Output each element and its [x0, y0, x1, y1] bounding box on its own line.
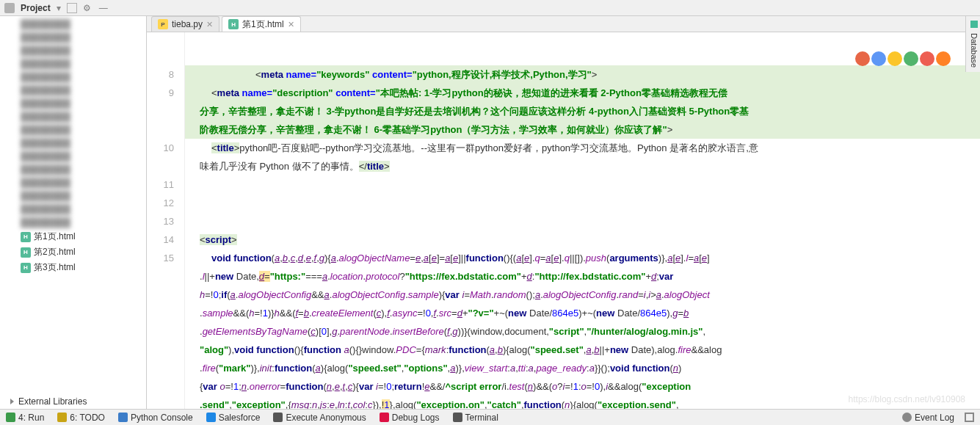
code-content[interactable]: <meta name="keywords" content="python,程序…	[185, 32, 980, 409]
status-item-icon	[57, 413, 67, 422]
triangle-icon	[10, 399, 14, 404]
project-sidebar: ████████████████████████████████████████…	[0, 16, 147, 409]
gear-icon[interactable]: ⚙	[83, 3, 93, 13]
browser-icons-overlay	[855, 51, 951, 66]
tab-label: 第1页.html	[242, 18, 284, 31]
event-log-label: Event Log	[915, 413, 954, 423]
python-file-icon: P	[158, 19, 168, 29]
status-item[interactable]: Execute Anonymous	[273, 413, 366, 423]
html-file-icon: H	[228, 19, 239, 29]
code-line[interactable]: .l||+new Date,d="https:"===a.location.pr…	[185, 267, 980, 286]
code-line[interactable]: <meta name="keywords" content="python,程序…	[185, 65, 980, 84]
editor-tab[interactable]: Ptieba.py✕	[151, 16, 219, 32]
code-line[interactable]: <title>python吧-百度贴吧--python学习交流基地。--这里有一…	[185, 139, 980, 157]
event-log-icon	[902, 413, 912, 422]
status-item[interactable]: Debug Logs	[380, 413, 440, 423]
html-file-icon: H	[21, 247, 31, 258]
code-line[interactable]: void function(a,b,c,d,e,f,g){a.alogObjec…	[185, 249, 980, 267]
code-line[interactable]: <meta name="description" content="本吧热帖: …	[185, 84, 980, 102]
code-line[interactable]: 阶教程无偿分享，辛苦整理，拿走不谢！ 6-零基础学习python（学习方法，学习…	[185, 120, 980, 139]
status-item-icon	[206, 413, 216, 422]
browser-icon[interactable]	[855, 51, 870, 66]
code-line[interactable]	[185, 175, 980, 194]
tree-file-item[interactable]: H第2页.html	[0, 244, 146, 260]
code-line[interactable]	[185, 194, 980, 212]
html-file-icon: H	[21, 232, 31, 242]
status-item-label: 6: TODO	[70, 413, 105, 423]
tree-file-item[interactable]: H第1页.html	[0, 229, 146, 244]
status-item-label: Python Console	[131, 413, 193, 423]
status-item-icon	[380, 413, 389, 422]
line-gutter: 89 10 1112131415	[147, 32, 185, 409]
browser-icon[interactable]	[920, 51, 934, 66]
dropdown-icon[interactable]: ▾	[57, 3, 61, 13]
code-line[interactable]: h=!0;if(a.alogObjectConfig&&a.alogObject…	[185, 286, 980, 304]
hide-icon[interactable]: —	[99, 3, 109, 13]
status-item-label: Execute Anonymous	[286, 413, 366, 423]
file-label: 第2页.html	[34, 246, 76, 258]
file-label: 第3页.html	[34, 261, 76, 274]
status-item[interactable]: 4: Run	[6, 413, 44, 423]
external-libraries[interactable]: External Libraries	[0, 394, 146, 409]
file-label: 第1页.html	[34, 230, 76, 243]
project-icon	[4, 3, 15, 13]
code-line[interactable]: .fire("mark")},init:function(a){alog("sp…	[185, 359, 980, 377]
browser-icon[interactable]	[936, 51, 951, 66]
status-indicator-icon[interactable]	[965, 413, 974, 422]
external-libraries-label: External Libraries	[18, 396, 87, 407]
code-line[interactable]: 分享，辛苦整理，拿走不谢！ 3-学python是自学好还是去培训机构？这个问题应…	[185, 102, 980, 120]
status-item-icon	[453, 413, 462, 422]
status-bar: 4: Run6: TODOPython ConsoleSalesforceExe…	[0, 409, 980, 425]
main-area: ████████████████████████████████████████…	[0, 16, 980, 409]
project-tree[interactable]: ████████████████████████████████████████…	[0, 16, 146, 394]
code-line[interactable]: .sample&&(h=!1)}h&&(f=b.createElement(c)…	[185, 304, 980, 322]
code-line[interactable]: .getElementsByTagName(c)[0],g.parentNode…	[185, 322, 980, 341]
browser-icon[interactable]	[871, 51, 886, 66]
code-line[interactable]: <script>	[185, 230, 980, 249]
status-item-label: Terminal	[465, 413, 498, 423]
code-line[interactable]	[185, 212, 980, 230]
tab-label: tieba.py	[172, 19, 203, 29]
code-panel: 89 10 1112131415 <meta name="keywords" c…	[147, 32, 980, 409]
html-file-icon: H	[21, 263, 31, 273]
database-tool-tab[interactable]: Database	[965, 16, 980, 72]
project-label[interactable]: Project	[21, 3, 51, 13]
status-item[interactable]: Python Console	[118, 413, 193, 423]
database-icon	[970, 21, 978, 28]
collapse-icon[interactable]	[67, 3, 77, 13]
status-item-icon	[118, 413, 128, 422]
editor-area: Ptieba.py✕H第1页.html✕ 89 10 1112131415 <m…	[147, 16, 980, 409]
status-item-label: Salesforce	[219, 413, 261, 423]
code-line[interactable]: "alog"),void function(){function a(){}wi…	[185, 341, 980, 359]
status-item-icon	[273, 413, 283, 422]
browser-icon[interactable]	[888, 51, 902, 66]
window-toolbar: Project ▾ ⚙ —	[0, 0, 980, 16]
database-label: Database	[970, 33, 979, 68]
watermark: https://blog.csdn.net/lv910908	[849, 394, 965, 404]
status-item-label: 4: Run	[18, 413, 44, 423]
status-item[interactable]: 6: TODO	[57, 413, 105, 423]
code-line[interactable]: {var o=!1;n.onerror=function(n,e,t,c){va…	[185, 377, 980, 396]
close-icon[interactable]: ✕	[288, 20, 294, 29]
status-item-icon	[6, 413, 15, 422]
tree-file-item[interactable]: H第3页.html	[0, 260, 146, 275]
code-line[interactable]: 味着几乎没有 Python 做不了的事情。</title>	[185, 157, 980, 175]
browser-icon[interactable]	[904, 51, 918, 66]
close-icon[interactable]: ✕	[206, 20, 213, 29]
status-item[interactable]: Salesforce	[206, 413, 261, 423]
editor-tab[interactable]: H第1页.html✕	[222, 16, 301, 32]
status-item[interactable]: Terminal	[453, 413, 498, 423]
event-log[interactable]: Event Log	[902, 413, 954, 423]
status-item-label: Debug Logs	[392, 413, 440, 423]
editor-tabs: Ptieba.py✕H第1页.html✕	[147, 16, 980, 32]
